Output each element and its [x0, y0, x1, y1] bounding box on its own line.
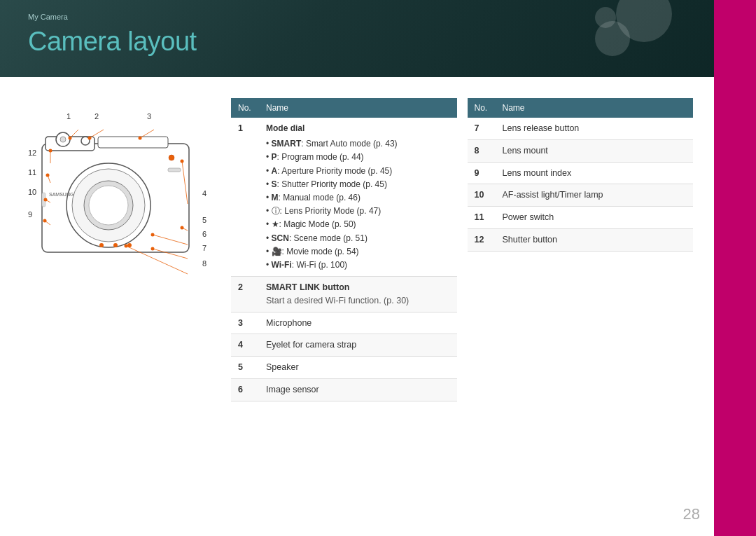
left-table-section: No. Name 1 Mode dial SMART: Smart Auto m…	[231, 98, 457, 515]
page-title: Camera layout	[28, 27, 197, 57]
row-content: Speaker	[259, 357, 457, 379]
row-no: 4	[231, 334, 259, 357]
row-content: Eyelet for camera strap	[259, 334, 457, 357]
mode-dial-content: Mode dial SMART: Smart Auto mode (p. 43)…	[266, 122, 450, 272]
row-no: 12	[468, 228, 496, 251]
svg-point-32	[139, 137, 142, 140]
svg-rect-13	[168, 168, 181, 172]
svg-point-41	[125, 245, 128, 248]
row-content: Lens mount	[496, 139, 694, 162]
svg-point-40	[151, 247, 155, 251]
cam-label-3: 3	[147, 112, 151, 121]
row-no: 3	[231, 312, 259, 334]
svg-point-9	[89, 186, 128, 225]
row-no: 8	[468, 139, 496, 162]
row-content: Power switch	[496, 207, 694, 229]
svg-point-15	[113, 243, 118, 247]
row-no: 5	[231, 357, 259, 379]
table-row: 4 Eyelet for camera strap	[231, 334, 457, 357]
row-no: 2	[231, 277, 259, 312]
mode-dial-title: Mode dial	[266, 122, 450, 135]
decorative-dot-3	[595, 7, 616, 28]
camera-svg: SAMSUNG	[35, 123, 196, 284]
mode-item-scn: SCN: Scene mode (p. 51)	[266, 232, 450, 245]
table-row: 3 Microphone	[231, 312, 457, 334]
row-content: Shutter button	[496, 228, 694, 251]
right-table: No. Name 7 Lens release button 8 Lens mo…	[468, 98, 694, 252]
svg-text:SAMSUNG: SAMSUNG	[49, 192, 74, 197]
cam-label-5: 5	[202, 216, 206, 224]
row-no: 6	[231, 378, 259, 401]
page-number: 28	[683, 505, 700, 523]
mode-item-star: ★: Magic Mode (p. 50)	[266, 218, 450, 231]
cam-label-1: 1	[66, 112, 71, 121]
svg-point-39	[151, 233, 155, 237]
row-content: AF-assist light/Timer lamp	[496, 184, 694, 207]
svg-point-30	[69, 137, 72, 140]
svg-rect-5	[98, 137, 168, 148]
mode-item-smart: SMART: Smart Auto mode (p. 43)	[266, 137, 450, 151]
cam-label-8: 8	[202, 259, 206, 268]
camera-diagram: 1 2 3 12 11 10 9 4 5 6 7 8	[21, 98, 217, 515]
mode-item-a: A: Aperture Priority mode (p. 45)	[266, 165, 450, 178]
table-row: 9 Lens mount index	[468, 162, 694, 184]
content-area: 1 2 3 12 11 10 9 4 5 6 7 8	[0, 77, 714, 536]
cam-label-4: 4	[202, 189, 206, 198]
svg-point-33	[49, 149, 52, 153]
top-bar-accent	[714, 0, 756, 536]
mode-item-i: ⓘ: Lens Priority Mode (p. 47)	[266, 205, 450, 218]
row-content: Image sensor	[259, 378, 457, 401]
svg-point-34	[46, 174, 50, 177]
cam-label-6: 6	[202, 230, 206, 238]
mode-item-wifi: Wi-Fi: Wi-Fi (p. 100)	[266, 259, 450, 272]
left-table-header-name: Name	[259, 98, 457, 118]
cam-label-9: 9	[28, 210, 32, 219]
row-content: SMART LINK button Start a desired Wi-Fi …	[259, 277, 457, 312]
mode-item-movie: 🎥: Movie mode (p. 54)	[266, 245, 450, 259]
table-row: 12 Shutter button	[468, 228, 694, 251]
row-content: Lens mount index	[496, 162, 694, 184]
mode-item-p: P: Program mode (p. 44)	[266, 151, 450, 164]
row-content: Microphone	[259, 312, 457, 334]
svg-point-37	[181, 160, 184, 163]
row-content: Lens release button	[496, 118, 694, 139]
row-content: Mode dial SMART: Smart Auto mode (p. 43)…	[259, 118, 457, 277]
cam-label-7: 7	[202, 244, 206, 252]
row-no: 7	[468, 118, 496, 139]
row-no: 1	[231, 118, 259, 277]
left-table-header-no: No.	[231, 98, 259, 118]
svg-point-14	[99, 243, 104, 247]
mode-item-m: M: Manual mode (p. 46)	[266, 191, 450, 205]
table-row: 7 Lens release button	[468, 118, 694, 139]
table-row: 2 SMART LINK button Start a desired Wi-F…	[231, 277, 457, 312]
smart-link-desc: Start a desired Wi-Fi function. (p. 30)	[266, 294, 450, 308]
row-no: 10	[468, 184, 496, 207]
right-table-header-no: No.	[468, 98, 496, 118]
table-row: 11 Power switch	[468, 207, 694, 229]
smart-link-title: SMART LINK button	[266, 281, 450, 294]
svg-point-38	[181, 226, 184, 230]
svg-point-35	[44, 198, 48, 202]
table-row: 8 Lens mount	[468, 139, 694, 162]
cam-label-2: 2	[94, 112, 99, 121]
table-row: 5 Speaker	[231, 357, 457, 379]
table-row: 1 Mode dial SMART: Smart Auto mode (p. 4…	[231, 118, 457, 277]
tables-area: No. Name 1 Mode dial SMART: Smart Auto m…	[231, 98, 693, 515]
svg-point-12	[169, 155, 174, 160]
row-no: 9	[468, 162, 496, 184]
left-table: No. Name 1 Mode dial SMART: Smart Auto m…	[231, 98, 457, 401]
breadcrumb: My Camera	[28, 13, 68, 21]
table-row: 10 AF-assist light/Timer lamp	[468, 184, 694, 207]
row-no: 11	[468, 207, 496, 229]
right-table-section: No. Name 7 Lens release button 8 Lens mo…	[468, 98, 694, 515]
mode-list: SMART: Smart Auto mode (p. 43) P: Progra…	[266, 137, 450, 272]
svg-point-31	[88, 137, 92, 140]
svg-point-36	[43, 219, 47, 223]
table-row: 6 Image sensor	[231, 378, 457, 401]
svg-point-3	[60, 137, 66, 142]
mode-item-s: S: Shutter Priority mode (p. 45)	[266, 178, 450, 191]
right-table-header-name: Name	[496, 98, 694, 118]
